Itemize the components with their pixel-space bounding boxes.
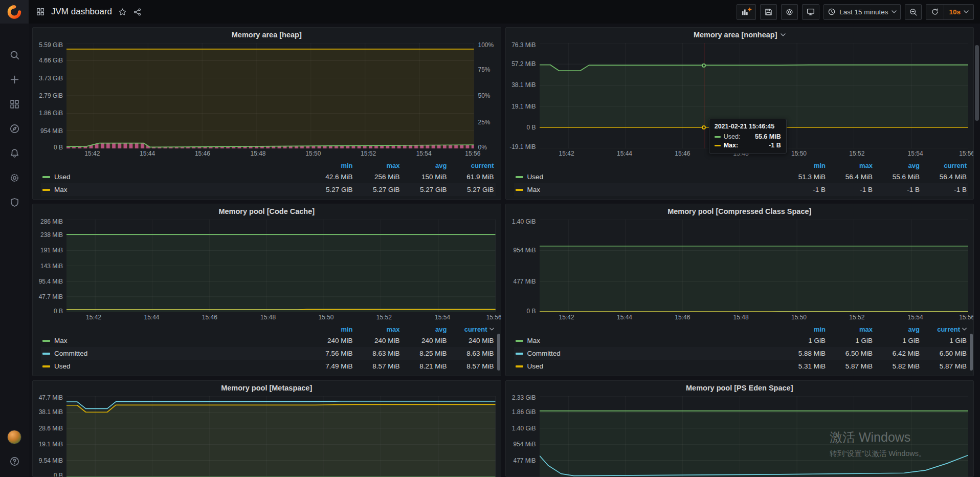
- plot-area[interactable]: [66, 396, 496, 476]
- dashboard-grid: Memory area [heap] 5.59 GiB4.66 GiB 3.73…: [29, 24, 980, 477]
- plot-area[interactable]: [540, 220, 969, 312]
- save-dashboard-button[interactable]: [760, 4, 777, 20]
- legend-col-avg[interactable]: avg: [400, 326, 447, 333]
- legend-col-max[interactable]: max: [826, 162, 873, 169]
- legend-col-max[interactable]: max: [353, 162, 400, 169]
- legend-series-max[interactable]: Max: [516, 186, 541, 193]
- zoom-out-button[interactable]: [905, 4, 922, 20]
- plus-icon[interactable]: [6, 71, 23, 88]
- legend: min max avg current Max 240 MiB 240 MiB …: [33, 323, 501, 376]
- clock-icon: [828, 8, 836, 16]
- legend-series-max[interactable]: Max: [42, 186, 68, 193]
- chart-svg: [66, 396, 496, 476]
- chart-row: 5.59 GiB4.66 GiB 3.73 GiB2.79 GiB 1.86 G…: [33, 42, 501, 148]
- add-panel-icon: [741, 7, 752, 16]
- panel-memory-area-heap: Memory area [heap] 5.59 GiB4.66 GiB 3.73…: [32, 27, 501, 200]
- legend-series-max[interactable]: Max: [42, 337, 68, 344]
- series-swatch: [42, 189, 50, 191]
- add-panel-button[interactable]: [737, 4, 756, 20]
- legend-series-used[interactable]: Used: [516, 362, 544, 370]
- legend-series-used[interactable]: Used: [516, 173, 544, 181]
- y-axis: 5.59 GiB4.66 GiB 3.73 GiB2.79 GiB 1.86 G…: [35, 43, 66, 148]
- chart-svg: [540, 396, 969, 476]
- configuration-icon[interactable]: [6, 169, 23, 186]
- topbar-left: JVM dashboard: [36, 7, 142, 17]
- plot-area[interactable]: [66, 43, 474, 148]
- panel-header[interactable]: Memory pool [Metaspace]: [33, 381, 501, 395]
- legend-col-max[interactable]: max: [353, 326, 400, 333]
- y-axis: 76.3 MiB57.2 MiB 38.1 MiB19.1 MiB 0 B-19…: [508, 43, 540, 148]
- legend-col-current[interactable]: current: [920, 162, 967, 169]
- refresh-button[interactable]: [926, 5, 944, 19]
- y-axis: 2.33 GiB1.86 GiB 1.40 GiB954 MiB 477 MiB: [508, 396, 540, 476]
- legend-series-max[interactable]: Max: [516, 337, 541, 344]
- gear-icon: [785, 8, 794, 16]
- chart-svg: [540, 220, 969, 312]
- page-scrollbar[interactable]: [975, 45, 979, 121]
- legend-col-max[interactable]: max: [826, 326, 873, 333]
- legend-col-current[interactable]: current: [447, 326, 494, 333]
- chart-row: 76.3 MiB57.2 MiB 38.1 MiB19.1 MiB 0 B-19…: [506, 42, 974, 148]
- panel-header[interactable]: Memory pool [Compressed Class Space]: [506, 204, 974, 219]
- legend-series-used[interactable]: Used: [42, 173, 71, 181]
- time-range-picker[interactable]: Last 15 minutes: [823, 4, 901, 20]
- alerting-icon[interactable]: [6, 144, 23, 162]
- panel-title: Memory area [nonheap]: [694, 31, 777, 39]
- monitor-icon: [806, 7, 815, 16]
- chevron-down-icon: [892, 10, 897, 13]
- share-icon[interactable]: [133, 8, 142, 16]
- legend-col-min[interactable]: min: [306, 326, 353, 333]
- legend-series-used[interactable]: Used: [42, 362, 71, 370]
- page-title[interactable]: JVM dashboard: [51, 7, 112, 17]
- series-swatch: [516, 189, 523, 191]
- panel-header[interactable]: Memory pool [Code Cache]: [33, 204, 501, 219]
- legend-scrollbar[interactable]: [970, 334, 973, 371]
- legend-series-committed[interactable]: Committed: [516, 350, 561, 357]
- legend-header: min max avg current: [41, 160, 496, 170]
- help-icon[interactable]: [6, 452, 23, 470]
- plot-area[interactable]: 2021-02-21 15:46:45 Used: 55.6 MiB Max: …: [540, 43, 969, 148]
- chevron-down-icon: [964, 10, 969, 13]
- time-range-label: Last 15 minutes: [839, 8, 888, 16]
- legend-col-avg[interactable]: avg: [400, 162, 447, 169]
- legend-row: Max 1 GiB 1 GiB 1 GiB 1 GiB: [514, 334, 969, 347]
- sidebar-menu: [6, 46, 23, 211]
- tooltip: 2021-02-21 15:46:45 Used: 55.6 MiB Max: …: [709, 119, 787, 154]
- star-icon[interactable]: [118, 8, 127, 16]
- panel-header[interactable]: Memory area [heap]: [33, 28, 501, 42]
- series-swatch: [715, 145, 721, 146]
- search-icon[interactable]: [6, 46, 23, 63]
- series-swatch: [42, 365, 50, 367]
- refresh-interval-picker[interactable]: 10s: [944, 5, 973, 19]
- grafana-logo[interactable]: [0, 0, 29, 24]
- series-swatch: [715, 136, 721, 138]
- dashboard-squares-icon[interactable]: [36, 7, 45, 16]
- panel-header[interactable]: Memory pool [PS Eden Space]: [506, 381, 974, 395]
- y-axis: 1.40 GiB954 MiB 477 MiB0 B: [508, 220, 540, 312]
- plot-area[interactable]: [540, 396, 969, 476]
- legend-col-min[interactable]: min: [778, 326, 826, 333]
- explore-icon[interactable]: [6, 120, 23, 137]
- dashboard-settings-button[interactable]: [781, 4, 798, 20]
- legend-col-current[interactable]: current: [447, 162, 494, 169]
- legend-col-current[interactable]: current: [920, 326, 967, 333]
- legend-scrollbar[interactable]: [497, 334, 500, 371]
- dashboards-icon[interactable]: [6, 95, 23, 113]
- chevron-down-icon: [781, 33, 786, 36]
- legend-col-min[interactable]: min: [778, 162, 826, 169]
- legend-series-committed[interactable]: Committed: [42, 350, 87, 357]
- legend-row: Committed 5.88 MiB 6.50 MiB 6.42 MiB 6.5…: [514, 347, 969, 360]
- cycle-view-mode-button[interactable]: [802, 4, 819, 20]
- crosshair-marker: [702, 125, 706, 129]
- legend-col-avg[interactable]: avg: [873, 326, 920, 333]
- panel-header[interactable]: Memory area [nonheap]: [506, 28, 974, 42]
- plot-area[interactable]: [66, 220, 496, 312]
- legend-row: Max -1 B -1 B -1 B -1 B: [514, 183, 969, 196]
- legend-row: Used 51.3 MiB 56.4 MiB 55.6 MiB 56.4 MiB: [514, 170, 969, 183]
- chart-row: 47.7 MiB38.1 MiB 28.6 MiB19.1 MiB 9.54 M…: [33, 395, 501, 476]
- server-admin-icon[interactable]: [6, 193, 23, 211]
- legend-col-min[interactable]: min: [306, 162, 353, 169]
- avatar[interactable]: [7, 430, 21, 444]
- legend-col-avg[interactable]: avg: [873, 162, 920, 169]
- panel-memory-area-nonheap: Memory area [nonheap] 76.3 MiB57.2 MiB 3…: [505, 27, 974, 200]
